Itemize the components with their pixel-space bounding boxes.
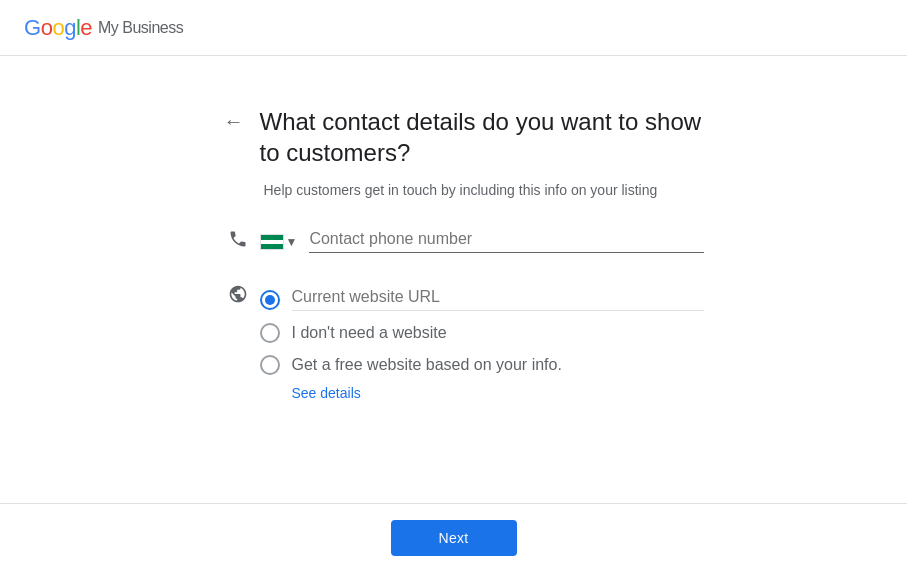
logo-letter-o2: o: [52, 15, 64, 41]
next-button[interactable]: Next: [391, 520, 517, 556]
url-input[interactable]: [292, 288, 704, 306]
website-option-free[interactable]: Get a free website based on your info.: [260, 349, 704, 381]
logo-letter-g: G: [24, 15, 41, 41]
radio-current[interactable]: [260, 290, 280, 310]
main-content: ← What contact details do you want to sh…: [0, 56, 907, 401]
logo-letter-o1: o: [41, 15, 53, 41]
radio-none[interactable]: [260, 323, 280, 343]
dropdown-arrow-icon: ▼: [286, 235, 298, 249]
back-arrow-icon[interactable]: ←: [224, 110, 244, 133]
form-container: ← What contact details do you want to sh…: [204, 106, 704, 401]
website-row: I don't need a website Get a free websit…: [224, 282, 704, 401]
website-option-free-label: Get a free website based on your info.: [292, 356, 562, 374]
see-details-link[interactable]: See details: [292, 385, 704, 401]
title-row: ← What contact details do you want to sh…: [224, 106, 704, 168]
page-title: What contact details do you want to show…: [260, 106, 704, 168]
logo-letter-e: e: [80, 15, 92, 41]
phone-input-wrapper: [309, 230, 703, 253]
page-subtitle: Help customers get in touch by including…: [224, 180, 704, 201]
website-option-current[interactable]: [260, 282, 704, 317]
google-logo: Google My Business: [24, 15, 183, 41]
globe-icon: [228, 284, 248, 309]
flag-dropdown[interactable]: ▼: [260, 234, 298, 250]
phone-input[interactable]: [309, 230, 703, 248]
website-options: I don't need a website Get a free websit…: [260, 282, 704, 401]
url-input-wrapper: [292, 288, 704, 311]
phone-icon: [228, 229, 248, 254]
footer: Next: [0, 503, 907, 572]
website-option-none[interactable]: I don't need a website: [260, 317, 704, 349]
nigeria-flag: [260, 234, 284, 250]
logo-suffix: My Business: [98, 19, 183, 37]
logo-letter-g2: g: [64, 15, 76, 41]
radio-free[interactable]: [260, 355, 280, 375]
website-option-none-label: I don't need a website: [292, 324, 447, 342]
header: Google My Business: [0, 0, 907, 56]
phone-row: ▼: [224, 229, 704, 254]
